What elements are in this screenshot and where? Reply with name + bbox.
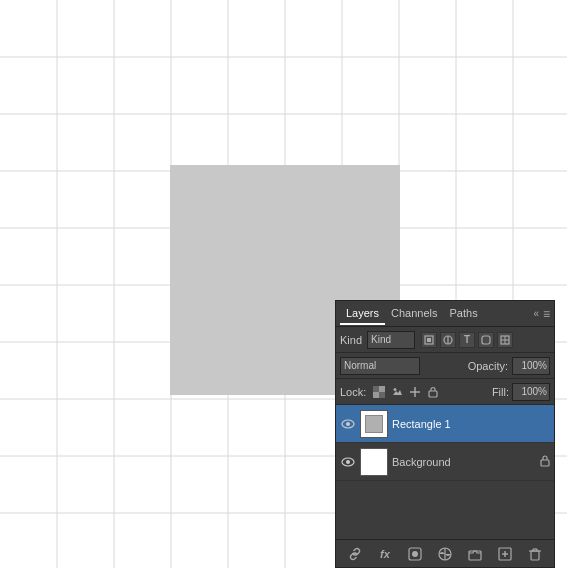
layer-item-background[interactable]: Background [336, 443, 554, 481]
lock-icons [371, 384, 441, 400]
svg-rect-22 [482, 336, 490, 344]
layer-name-background: Background [392, 456, 536, 468]
panel-collapse-button[interactable]: « [533, 308, 539, 319]
kind-filter-row: Kind Kind T [336, 327, 554, 353]
opacity-label: Opacity: [468, 360, 508, 372]
panel-tabs: Layers Channels Paths [340, 303, 533, 325]
svg-rect-42 [469, 551, 481, 560]
layer-visibility-background[interactable] [340, 454, 356, 470]
kind-smart-icon[interactable] [497, 332, 513, 348]
new-group-icon[interactable] [465, 544, 485, 564]
fx-icon[interactable]: fx [375, 544, 395, 564]
layer-lock-icon-background [540, 455, 550, 469]
lock-position-icon[interactable] [407, 384, 423, 400]
layer-name-rectangle1: Rectangle 1 [392, 418, 550, 430]
kind-shape-icon[interactable] [478, 332, 494, 348]
opacity-input[interactable] [512, 357, 550, 375]
layer-item-rectangle1[interactable]: Rectangle 1 [336, 405, 554, 443]
svg-rect-33 [429, 391, 437, 397]
svg-point-30 [394, 388, 397, 391]
tab-paths[interactable]: Paths [444, 303, 484, 325]
lock-label: Lock: [340, 386, 366, 398]
lock-fill-row: Lock: Fill: [336, 379, 554, 405]
panel-bottom-toolbar: fx [336, 539, 554, 567]
kind-label: Kind [340, 334, 362, 346]
kind-select[interactable]: Kind [367, 331, 415, 349]
layer-thumbnail-rectangle1 [360, 410, 388, 438]
lock-all-icon[interactable] [425, 384, 441, 400]
svg-point-37 [346, 460, 350, 464]
adjustment-layer-icon[interactable] [435, 544, 455, 564]
tab-layers[interactable]: Layers [340, 303, 385, 325]
panel-menu-button[interactable]: ≡ [543, 307, 550, 321]
lock-transparent-icon[interactable] [371, 384, 387, 400]
fill-label: Fill: [492, 386, 509, 398]
tab-channels[interactable]: Channels [385, 303, 443, 325]
kind-icons: T [421, 332, 513, 348]
add-mask-icon[interactable] [405, 544, 425, 564]
layers-panel: Layers Channels Paths « ≡ Kind Kind T [335, 300, 555, 568]
kind-adjustment-icon[interactable] [440, 332, 456, 348]
svg-rect-19 [427, 338, 431, 342]
svg-rect-46 [531, 551, 539, 560]
layers-list: Rectangle 1 Background [336, 405, 554, 539]
layer-visibility-rectangle1[interactable] [340, 416, 356, 432]
svg-rect-28 [373, 392, 379, 398]
svg-rect-26 [373, 386, 379, 392]
panel-header-icons: « ≡ [533, 307, 550, 321]
svg-rect-29 [379, 392, 385, 398]
layer-thumbnail-background [360, 448, 388, 476]
link-layers-icon[interactable] [345, 544, 365, 564]
blend-mode-select[interactable]: Normal Multiply Screen Overlay [340, 357, 420, 375]
svg-rect-38 [541, 460, 549, 466]
kind-pixel-icon[interactable] [421, 332, 437, 348]
panel-header: Layers Channels Paths « ≡ [336, 301, 554, 327]
blend-opacity-row: Normal Multiply Screen Overlay Opacity: [336, 353, 554, 379]
svg-point-35 [346, 422, 350, 426]
delete-layer-icon[interactable] [525, 544, 545, 564]
svg-rect-27 [379, 386, 385, 392]
new-layer-icon[interactable] [495, 544, 515, 564]
lock-image-icon[interactable] [389, 384, 405, 400]
kind-type-icon[interactable]: T [459, 332, 475, 348]
fill-input[interactable] [512, 383, 550, 401]
svg-point-40 [412, 551, 418, 557]
